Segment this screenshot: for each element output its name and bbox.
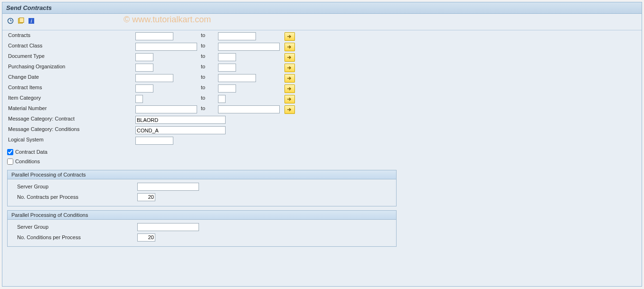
g2-server-group-label: Server Group — [16, 224, 137, 230]
multiple-selection-button[interactable] — [284, 43, 295, 51]
contract-data-checkbox[interactable] — [7, 149, 13, 155]
document-type-low[interactable] — [135, 53, 153, 61]
get-variant-icon[interactable] — [17, 17, 25, 25]
contract-class-label: Contract Class — [7, 43, 42, 48]
item-category-low[interactable] — [135, 95, 143, 103]
contract-data-label: Contract Data — [15, 149, 47, 155]
multiple-selection-button[interactable] — [284, 105, 295, 114]
purchasing-org-high[interactable] — [218, 64, 236, 72]
to-label: to — [201, 43, 205, 48]
multiple-selection-button[interactable] — [284, 84, 295, 93]
multiple-selection-button[interactable] — [284, 53, 295, 62]
contracts-label: Contracts — [7, 32, 30, 38]
msg-cat-contract-label: Message Category: Contract — [7, 116, 75, 121]
page-title: Send Contracts — [2, 2, 642, 14]
parallel-conditions-group: Parallel Processing of Conditions Server… — [7, 210, 397, 247]
parallel-contracts-group: Parallel Processing of Contracts Server … — [7, 170, 397, 206]
g1-server-group-label: Server Group — [16, 184, 137, 189]
contracts-low[interactable] — [135, 32, 173, 40]
execute-icon[interactable] — [6, 17, 15, 25]
conditions-checkbox[interactable] — [7, 158, 13, 165]
g1-count-label: No. Contracts per Process — [16, 194, 137, 200]
change-date-label: Change Date — [7, 74, 39, 80]
logical-system-label: Logical System — [7, 137, 44, 142]
item-category-label: Item Category — [7, 95, 41, 101]
g1-server-group-input[interactable] — [137, 183, 199, 191]
contract-items-label: Contract Items — [7, 84, 42, 90]
group1-title: Parallel Processing of Contracts — [8, 170, 396, 179]
conditions-label: Conditions — [15, 158, 40, 164]
document-type-high[interactable] — [218, 53, 236, 61]
contracts-high[interactable] — [218, 32, 256, 40]
window: Send Contracts i © www.tutorialkart.com — [2, 2, 642, 287]
msg-cat-conditions-label: Message Category: Conditions — [7, 126, 79, 132]
to-label: to — [201, 53, 205, 59]
change-date-low[interactable] — [135, 74, 173, 82]
contract-class-low[interactable] — [135, 43, 197, 51]
item-category-high[interactable] — [218, 95, 226, 103]
info-icon[interactable]: i — [27, 17, 36, 25]
g2-count-label: No. Conditions per Process — [16, 234, 137, 240]
g2-count-input[interactable] — [137, 233, 155, 242]
svg-rect-4 — [19, 18, 24, 23]
material-number-high[interactable] — [218, 105, 280, 113]
contract-items-high[interactable] — [218, 84, 236, 93]
to-label: to — [201, 32, 205, 38]
multiple-selection-button[interactable] — [284, 64, 295, 72]
watermark: © www.tutorialkart.com — [123, 15, 211, 25]
material-number-low[interactable] — [135, 105, 197, 113]
multiple-selection-button[interactable] — [284, 74, 295, 83]
logical-system-input[interactable] — [135, 137, 173, 145]
msg-cat-conditions-input[interactable] — [135, 126, 226, 134]
to-label: to — [201, 105, 205, 111]
msg-cat-contract-input[interactable] — [135, 116, 226, 124]
multiple-selection-button[interactable] — [284, 32, 295, 41]
contract-class-high[interactable] — [218, 43, 280, 51]
multiple-selection-button[interactable] — [284, 95, 295, 103]
material-number-label: Material Number — [7, 105, 47, 111]
to-label: to — [201, 74, 205, 80]
g1-count-input[interactable] — [137, 193, 155, 201]
g2-server-group-input[interactable] — [137, 223, 199, 231]
change-date-high[interactable] — [218, 74, 256, 82]
to-label: to — [201, 84, 205, 90]
to-label: to — [201, 95, 205, 101]
purchasing-org-label: Purchasing Organization — [7, 64, 65, 69]
purchasing-org-low[interactable] — [135, 64, 153, 72]
toolbar: i © www.tutorialkart.com — [2, 14, 642, 30]
group2-title: Parallel Processing of Conditions — [8, 211, 396, 220]
document-type-label: Document Type — [7, 53, 45, 59]
contract-items-low[interactable] — [135, 84, 153, 93]
selection-form: Contracts to Contract Class to Document … — [2, 30, 642, 252]
to-label: to — [201, 64, 205, 69]
